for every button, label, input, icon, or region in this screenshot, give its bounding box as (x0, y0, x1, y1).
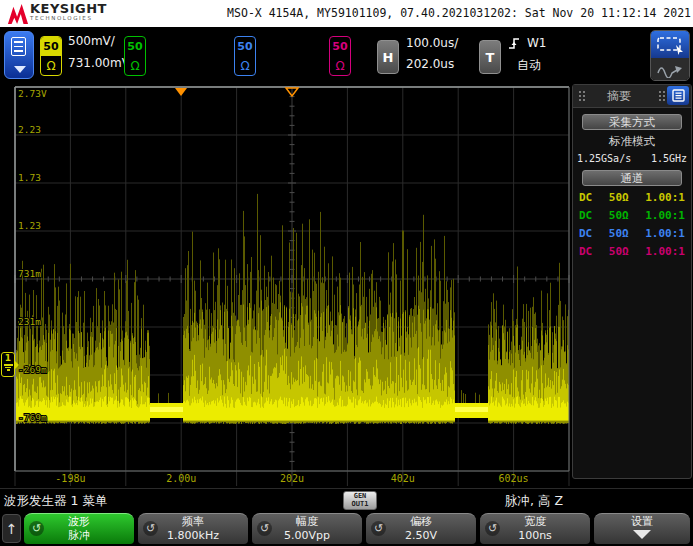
down-arrow-icon (633, 530, 651, 539)
bandwidth: 1.5GHz (651, 153, 687, 164)
chevron-down-icon (14, 66, 26, 73)
knob-icon: ↺ (29, 521, 44, 536)
acquisition-mode-value: 标准模式 (573, 134, 691, 149)
channels-button[interactable]: 通道 (582, 170, 682, 186)
sidebar-title: 摘要 (573, 88, 665, 105)
softkey-waveform[interactable]: ↺ 波形 脉冲 (24, 513, 134, 544)
back-up-button[interactable]: ↑ (2, 514, 21, 543)
channel-1-offset[interactable]: 731.00mV (68, 56, 130, 70)
svg-text:1.73: 1.73 (18, 172, 41, 183)
keysight-logo-icon (7, 3, 29, 25)
knob-icon: ↺ (143, 521, 158, 536)
trigger-button[interactable]: T (479, 40, 501, 74)
sample-rate-row: 1.25GSa/s 1.5GHz (573, 153, 691, 164)
horizontal-delay[interactable]: 202.0us (406, 57, 454, 71)
channel-1-ground-marker[interactable]: 1 (1, 352, 15, 377)
brand-subname: TECHNOLOGIES (30, 15, 107, 22)
drag-handle-icon (659, 91, 661, 93)
svg-text:1.23: 1.23 (18, 220, 41, 231)
svg-text:-198u: -198u (55, 473, 85, 484)
brand-block: KEYSIGHT TECHNOLOGIES (30, 2, 107, 22)
zone-select-button[interactable] (651, 31, 689, 58)
trigger-source[interactable]: W1 (527, 36, 547, 50)
instrument-id: MSO-X 4154A, MY59101109, 07.40.202103120… (227, 6, 691, 20)
channel-1-summary-row: DC 50Ω 1.00:1 (573, 191, 691, 204)
generator-status: 脉冲, 高 Z (505, 493, 563, 510)
channel-1-impedance-badge[interactable]: 50 Ω (40, 36, 62, 76)
zone-select-icon (655, 35, 685, 55)
sidebar-menu-button[interactable] (667, 86, 689, 105)
ground-icon (4, 364, 13, 366)
channel-3-summary-row: DC 50Ω 1.00:1 (573, 227, 691, 240)
softkey-width[interactable]: ↺ 宽度 100ns (480, 513, 590, 544)
active-menu-title: 波形发生器 1 菜单 (4, 493, 107, 510)
acquisition-mode-button[interactable]: 采集方式 (582, 114, 682, 130)
channel-1-scale[interactable]: 500mV/ (68, 34, 115, 48)
svg-text:731m: 731m (18, 268, 41, 279)
svg-text:231m: 231m (18, 316, 41, 327)
brand-name: KEYSIGHT (30, 2, 107, 15)
status-bar: 波形发生器 1 菜单 GEN OUT1 脉冲, 高 Z (0, 488, 693, 512)
softkey-amplitude[interactable]: ↺ 幅度 5.00Vpp (252, 513, 362, 544)
horizontal-button[interactable]: H (377, 40, 399, 74)
top-header: KEYSIGHT TECHNOLOGIES MSO-X 4154A, MY591… (0, 0, 693, 29)
svg-text:2.73V: 2.73V (18, 88, 47, 99)
svg-text:2.23: 2.23 (18, 124, 41, 135)
horizontal-scale[interactable]: 100.0us/ (406, 36, 458, 50)
main-menu-button[interactable] (4, 31, 34, 79)
knob-icon: ↺ (257, 521, 272, 536)
summary-sidebar: 摘要 采集方式 标准模式 1.25GSa/s 1.5GHz 通道 DC 50Ω … (572, 84, 692, 479)
softkey-offset[interactable]: ↺ 偏移 2.50V (366, 513, 476, 544)
svg-text:602us: 602us (499, 473, 529, 484)
channel-4-summary-row: DC 50Ω 1.00:1 (573, 245, 691, 258)
svg-text:202u: 202u (280, 473, 304, 484)
svg-text:-269m: -269m (18, 364, 47, 375)
menu-list-icon (11, 37, 26, 56)
gen-out1-button[interactable]: GEN OUT1 (343, 491, 377, 510)
softkey-bar: ↑ ↺ 波形 脉冲 ↺ 频率 1.800kHz ↺ 幅度 5.00Vpp ↺ 偏… (0, 511, 693, 546)
svg-text:2.00u: 2.00u (166, 473, 196, 484)
channel-2-summary-row: DC 50Ω 1.00:1 (573, 209, 691, 222)
trigger-mode[interactable]: 自动 (517, 57, 541, 74)
channel-4-impedance-badge[interactable]: 50 Ω (329, 36, 351, 76)
knob-icon: ↺ (485, 521, 500, 536)
oscilloscope-screen: KEYSIGHT TECHNOLOGIES MSO-X 4154A, MY591… (0, 0, 693, 546)
channel-2-impedance-badge[interactable]: 50 Ω (124, 36, 146, 76)
right-tool-stack (650, 30, 690, 81)
toolbar: 50 Ω 500mV/ 731.00mV 50 Ω 50 Ω 50 Ω H 10… (0, 27, 693, 84)
softkey-frequency[interactable]: ↺ 频率 1.800kHz (138, 513, 248, 544)
channel-3-impedance-badge[interactable]: 50 Ω (234, 36, 256, 76)
waveform-search-button[interactable] (651, 58, 689, 81)
softkey-settings[interactable]: 设置 (594, 513, 690, 544)
waveform-display: 2.73V2.231.731.23731m231m-269m-769m-198u… (0, 84, 572, 488)
svg-text:402u: 402u (391, 473, 415, 484)
rising-edge-icon (507, 36, 521, 51)
graticule-and-waveform: 2.73V2.231.731.23731m231m-269m-769m-198u… (0, 84, 572, 488)
svg-text:-769m: -769m (18, 412, 47, 423)
waveform-arrow-icon (656, 62, 684, 78)
menu-list-icon (672, 89, 685, 102)
trigger-time-marker (175, 88, 187, 96)
knob-icon: ↺ (371, 521, 386, 536)
sample-rate: 1.25GSa/s (577, 153, 631, 164)
sidebar-header[interactable]: 摘要 (573, 85, 691, 108)
